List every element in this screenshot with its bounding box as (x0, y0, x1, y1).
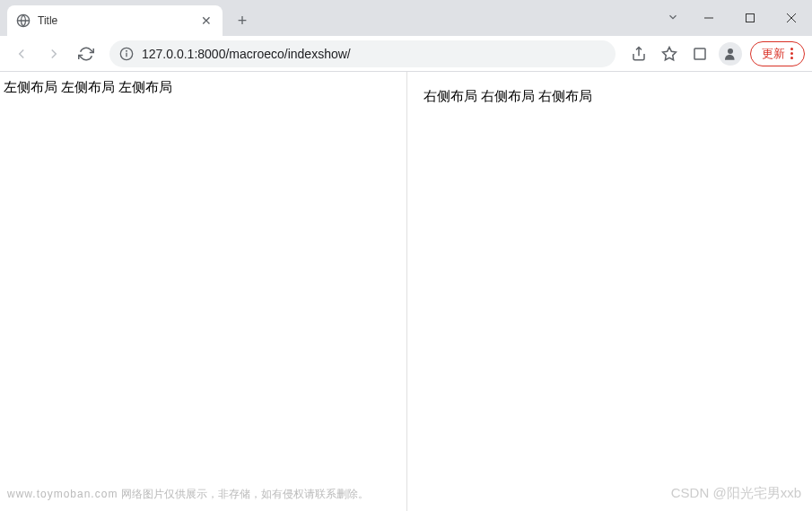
tab-title: Title (38, 14, 199, 27)
new-tab-button[interactable]: + (230, 8, 255, 33)
close-icon[interactable]: ✕ (199, 13, 214, 28)
minimize-button[interactable] (688, 0, 729, 36)
watermark-left: www.toymoban.com 网络图片仅供展示，非存储，如有侵权请联系删除。 (7, 487, 369, 502)
svg-point-7 (127, 50, 127, 51)
window-controls (667, 0, 812, 36)
svg-marker-8 (663, 47, 677, 59)
chevron-down-icon[interactable] (667, 11, 679, 26)
right-pane-text: 右侧布局 右侧布局 右侧布局 (423, 88, 592, 103)
watermark-domain: www.toymoban.com (7, 488, 118, 500)
right-pane: 右侧布局 右侧布局 右侧布局 (406, 72, 813, 511)
back-button[interactable] (7, 40, 36, 68)
left-pane-text: 左侧布局 左侧布局 左侧布局 (4, 79, 172, 94)
tab-strip: Title ✕ + (0, 0, 812, 36)
browser-tab[interactable]: Title ✕ (7, 5, 223, 36)
close-window-button[interactable] (771, 0, 812, 36)
menu-dots-icon (790, 48, 793, 59)
toolbar-right: 更新 (624, 40, 805, 68)
svg-rect-2 (747, 14, 755, 22)
watermark-text: 网络图片仅供展示，非存储，如有侵权请联系删除。 (121, 488, 369, 500)
share-icon[interactable] (624, 40, 653, 68)
svg-point-10 (728, 48, 733, 54)
page-content: 左侧布局 左侧布局 左侧布局 右侧布局 右侧布局 右侧布局 www.toymob… (0, 72, 812, 511)
watermark-right: CSDN @阳光宅男xxb (671, 485, 801, 502)
forward-button[interactable] (39, 40, 68, 68)
site-info-icon[interactable] (118, 46, 135, 62)
extensions-icon[interactable] (685, 40, 714, 68)
reload-button[interactable] (72, 40, 100, 68)
address-bar[interactable]: 127.0.0.1:8000/macroeco/indexshow/ (109, 40, 616, 67)
globe-icon (16, 13, 31, 28)
bookmark-icon[interactable] (655, 40, 684, 68)
profile-button[interactable] (716, 40, 745, 68)
svg-rect-9 (694, 48, 705, 59)
left-pane: 左侧布局 左侧布局 左侧布局 (0, 72, 406, 511)
update-button[interactable]: 更新 (750, 41, 805, 66)
update-label: 更新 (762, 46, 785, 62)
maximize-button[interactable] (729, 0, 771, 36)
url-text: 127.0.0.1:8000/macroeco/indexshow/ (142, 47, 607, 61)
profile-icon (719, 42, 742, 66)
browser-toolbar: 127.0.0.1:8000/macroeco/indexshow/ 更新 (0, 36, 812, 72)
